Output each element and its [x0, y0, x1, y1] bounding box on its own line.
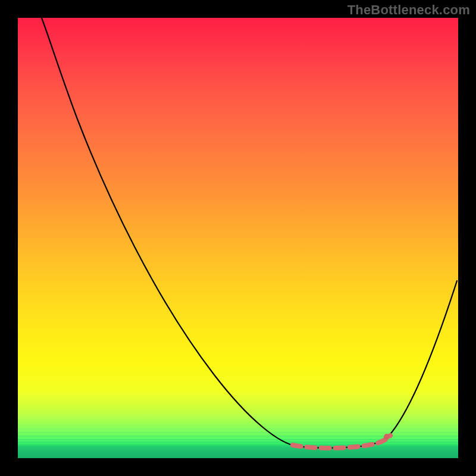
- chart-plot-area: [18, 18, 458, 458]
- heatmap-gradient: [18, 18, 458, 458]
- optimal-zone-band: [18, 443, 458, 458]
- watermark-text: TheBottleneck.com: [347, 2, 470, 18]
